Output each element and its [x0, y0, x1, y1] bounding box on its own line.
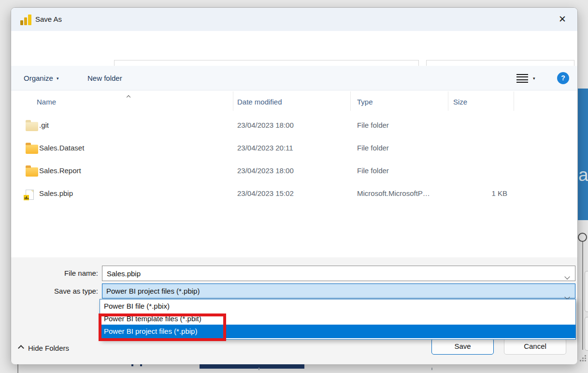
file-name: .git — [39, 121, 49, 129]
organize-menu[interactable]: Organize▾ — [24, 66, 58, 90]
file-name-input[interactable] — [102, 266, 557, 281]
file-name: Sales.Dataset — [39, 144, 84, 152]
folder-icon — [26, 167, 38, 177]
column-divider[interactable] — [448, 91, 448, 111]
file-row-sales-report[interactable]: Sales.Report 23/04/2023 18:00 File folde… — [15, 160, 571, 183]
file-row-git[interactable]: .git 23/04/2023 18:00 File folder — [15, 115, 571, 137]
command-bar: Organize▾ New folder ▾ ? — [11, 66, 577, 90]
file-date: 23/04/2023 15:02 — [237, 189, 294, 197]
column-divider[interactable] — [233, 91, 233, 111]
hidden-folder-icon — [26, 122, 38, 131]
file-size: 1 KB — [453, 189, 507, 197]
file-row-sales-dataset[interactable]: Sales.Dataset 23/04/2023 20:11 File fold… — [15, 137, 571, 160]
save-as-type-value: Power BI project files (*.pbip) — [106, 287, 200, 295]
background-slider-track — [582, 240, 583, 350]
file-name-combobox — [102, 266, 575, 281]
cancel-button[interactable]: Cancel — [504, 338, 566, 355]
background-blue-band — [578, 89, 588, 220]
title-bar: Save As ✕ — [11, 8, 577, 31]
help-button[interactable]: ? — [557, 72, 569, 84]
file-type: File folder — [357, 121, 389, 129]
dropdown-option-pbip-selected[interactable]: Power BI project files (*.pbip) — [100, 325, 575, 338]
file-date: 23/04/2023 18:00 — [237, 121, 294, 129]
column-header-type[interactable]: Type — [357, 98, 373, 106]
save-as-type-dropdown: Power BI file (*.pbix) Power BI template… — [100, 299, 576, 340]
save-as-type-label: Save as type: — [11, 287, 98, 295]
column-divider[interactable] — [350, 91, 351, 111]
file-date: 23/04/2023 20:11 — [237, 144, 293, 152]
background-scrollbar-fragment — [585, 271, 588, 312]
screen: al Save As ✕ ← → ↑ « — [0, 0, 588, 373]
column-divider[interactable] — [514, 91, 514, 111]
resize-grip-dot — [585, 355, 586, 357]
resize-grip-dot — [582, 360, 584, 361]
resize-grip-dot — [580, 360, 581, 361]
save-as-type-combobox[interactable]: Power BI project files (*.pbip) — [102, 283, 575, 298]
resize-grip-dot — [585, 360, 586, 361]
file-date: 23/04/2023 18:00 — [237, 166, 294, 175]
file-type: File folder — [357, 144, 389, 152]
close-icon[interactable]: ✕ — [554, 8, 571, 31]
file-name: Sales.pbip — [39, 189, 73, 197]
file-name-label: File name: — [11, 269, 98, 277]
file-name-chevron-icon[interactable] — [565, 272, 569, 281]
dropdown-option-pbit[interactable]: Power BI template files (*.pbit) — [100, 313, 575, 325]
list-view-icon[interactable] — [516, 74, 528, 83]
navigation-bar: ← → ↑ « @Repos › Local › DevMode › PBIP — [11, 31, 577, 66]
folder-icon — [26, 145, 38, 154]
hide-folders-button[interactable]: Hide Folders — [19, 344, 69, 352]
window-title: Save As — [35, 8, 62, 31]
new-folder-button[interactable]: New folder — [87, 66, 122, 90]
chevron-up-icon — [18, 345, 24, 351]
background-scrollbar-fragment — [585, 317, 588, 351]
pbip-file-icon — [26, 190, 34, 200]
save-button[interactable]: Save — [431, 338, 494, 355]
background-slider-knob — [578, 233, 587, 242]
sort-ascending-icon — [127, 92, 130, 101]
column-header-name[interactable]: Name — [37, 98, 56, 106]
view-options-caret-icon[interactable]: ▾ — [533, 76, 535, 81]
background-chart-bar — [200, 364, 304, 369]
background-chart-mark — [258, 368, 259, 370]
dropdown-option-pbix[interactable]: Power BI file (*.pbix) — [100, 299, 575, 313]
resize-grip-dot — [585, 358, 586, 359]
save-as-dialog: Save As ✕ ← → ↑ « @Repos › Local › DevMo… — [11, 7, 578, 364]
background-chart-axis — [17, 364, 18, 373]
organize-caret-icon: ▾ — [57, 76, 59, 81]
column-header-date-modified[interactable]: Date modified — [237, 98, 282, 106]
column-header-size[interactable]: Size — [453, 98, 467, 106]
background-chart-mark — [431, 368, 432, 370]
file-type: Microsoft.MicrosoftP… — [357, 189, 430, 197]
file-name: Sales.Report — [39, 166, 81, 175]
file-type: File folder — [357, 166, 389, 175]
background-partial-text: al — [578, 165, 588, 185]
file-row-sales-pbip[interactable]: Sales.pbip 23/04/2023 15:02 Microsoft.Mi… — [15, 183, 571, 206]
resize-grip-dot — [582, 358, 584, 359]
hide-folders-label: Hide Folders — [28, 344, 69, 352]
power-bi-logo-icon — [20, 14, 32, 25]
